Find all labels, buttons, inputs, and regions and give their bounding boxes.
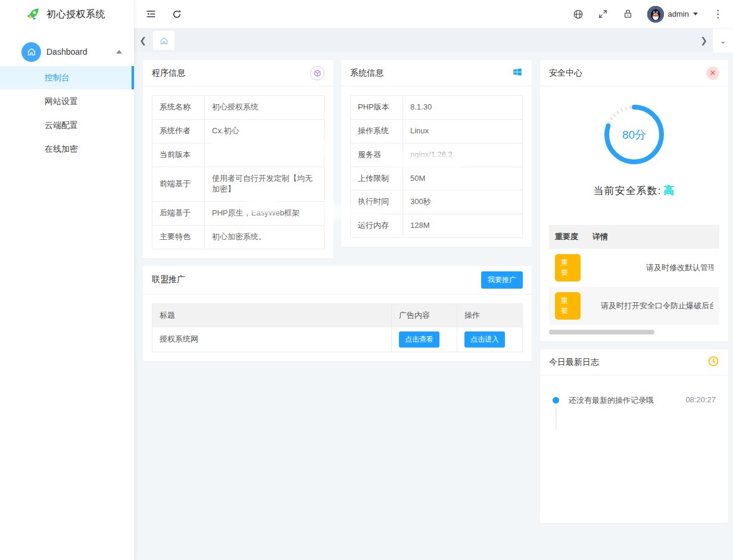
user-name: admin [668, 10, 689, 18]
user-menu[interactable]: admin [647, 6, 698, 23]
windows-icon [512, 67, 523, 79]
promo-card: 联盟推广 我要推广 标题 广告内容 操作 授权系统网 点击查看 点击进入 [143, 266, 532, 361]
promo-table: 标题 广告内容 操作 授权系统网 点击查看 点击进入 [152, 304, 523, 352]
app-title: 初心授权系统 [46, 8, 105, 21]
sidebar-group-label: Dashboard [46, 47, 88, 57]
program-info-table: 系统名称初心授权系统 系统作者Cx.初心 当前版本 前端基于使用者可自行开发定制… [152, 95, 325, 249]
program-info-card: 程序信息 系统名称初心授权系统 系统作者Cx.初心 当前版本 前端基于使 [143, 60, 333, 258]
sidebar-item-cloud-config[interactable]: 云端配置 [0, 114, 134, 137]
importance-badge: 重要 [555, 254, 581, 281]
lock-icon[interactable] [622, 8, 634, 20]
card-title: 安全中心 [549, 68, 582, 79]
home-tab-icon [160, 36, 169, 45]
security-detail: 请及时打开安全口令防止爆破后台 [592, 301, 713, 311]
sidebar-item-label: 网站设置 [45, 96, 78, 106]
sidebar-menu: 控制台 网站设置 云端配置 在线加密 [0, 66, 134, 161]
sidebar-item-label: 云端配置 [45, 120, 78, 130]
sidebar-item-label: 在线加密 [45, 144, 78, 154]
timeline-line [556, 408, 557, 430]
log-time: 08:20:27 [685, 395, 716, 404]
menu-fold-icon[interactable] [145, 8, 157, 20]
enter-button[interactable]: 点击进入 [464, 331, 505, 348]
rocket-icon [25, 7, 40, 22]
tab-dropdown-icon[interactable]: ⌄ [713, 29, 733, 52]
horizontal-scrollbar[interactable] [549, 330, 654, 334]
globe-icon[interactable] [572, 8, 584, 20]
security-card: 安全中心 ✕ 80分 当前安全系数:高 [540, 60, 728, 342]
security-level: 当前安全系数:高 [594, 183, 675, 198]
tab-scroll-left-icon[interactable]: ❮ [134, 36, 152, 45]
log-entry: 还没有最新的操作记录哦 08:20:27 [549, 384, 719, 406]
avatar [647, 6, 664, 23]
table-row: 授权系统网 点击查看 点击进入 [152, 327, 523, 352]
close-icon[interactable]: ✕ [706, 67, 719, 80]
clock-icon [707, 355, 719, 369]
timeline-dot-icon [553, 397, 559, 403]
col-importance: 重要度 [549, 225, 587, 249]
caret-down-icon [693, 12, 698, 15]
censor-blur [210, 139, 326, 155]
security-gauge: 80分 当前安全系数:高 [549, 95, 719, 198]
log-text: 还没有最新的操作记录哦 [569, 395, 685, 406]
tab-scroll-right-icon[interactable]: ❯ [695, 36, 713, 45]
security-detail: 请及时修改默认管理员密 [592, 262, 713, 273]
app-window: 初心授权系统 Dashboard 控制台 网站设置 云端配置 在线加密 [0, 0, 733, 560]
censor-blur [245, 199, 280, 212]
brand-logo[interactable]: 初心授权系统 [0, 0, 134, 29]
log-card: 今日最新日志 还没有最新的操作记录哦 08:20:27 [540, 349, 728, 523]
table-row: 重要 请及时打开安全口令防止爆破后台 [549, 287, 719, 325]
table-row: 重要 请及时修改默认管理员密 [549, 249, 719, 287]
card-title: 程序信息 [152, 68, 185, 79]
tabbar: ❮ ❯ ⌄ [134, 29, 733, 52]
sidebar: 初心授权系统 Dashboard 控制台 网站设置 云端配置 在线加密 [0, 0, 134, 560]
importance-badge: 重要 [555, 292, 581, 320]
sidebar-item-label: 控制台 [45, 73, 70, 82]
sidebar-item-site-settings[interactable]: 网站设置 [0, 90, 134, 113]
card-title: 今日最新日志 [549, 357, 599, 368]
censor-blur [325, 205, 381, 219]
cube-icon [310, 66, 325, 80]
gauge-score: 80分 [622, 129, 646, 141]
sidebar-item-online-encrypt[interactable]: 在线加密 [0, 137, 134, 161]
dashboard-home-icon [21, 42, 41, 62]
security-table: 重要度 详情 重要 请及时修改默认管理员密 重要 请及时打开安全口令防止爆破后台 [549, 225, 719, 325]
col-action: 操作 [457, 304, 523, 327]
main-content: 程序信息 系统名称初心授权系统 系统作者Cx.初心 当前版本 前端基于使 [134, 52, 733, 560]
top-header: admin ⋮ [134, 0, 733, 29]
col-title: 标题 [152, 304, 392, 327]
refresh-icon[interactable] [171, 8, 183, 20]
tab-home[interactable] [153, 31, 174, 50]
sidebar-group-dashboard[interactable]: Dashboard [0, 38, 134, 65]
fullscreen-icon[interactable] [597, 8, 609, 20]
view-ad-button[interactable]: 点击查看 [399, 331, 439, 348]
promo-title-cell: 授权系统网 [152, 327, 392, 352]
col-detail: 详情 [587, 225, 719, 249]
col-ad: 广告内容 [392, 304, 457, 327]
card-title: 系统信息 [350, 68, 383, 79]
sidebar-item-console[interactable]: 控制台 [0, 66, 134, 89]
card-title: 联盟推广 [152, 274, 185, 285]
promote-button[interactable]: 我要推广 [481, 271, 523, 289]
more-vertical-icon[interactable]: ⋮ [711, 9, 725, 19]
level-value: 高 [663, 184, 675, 196]
censor-blur [392, 152, 462, 169]
caret-up-icon [116, 50, 122, 54]
